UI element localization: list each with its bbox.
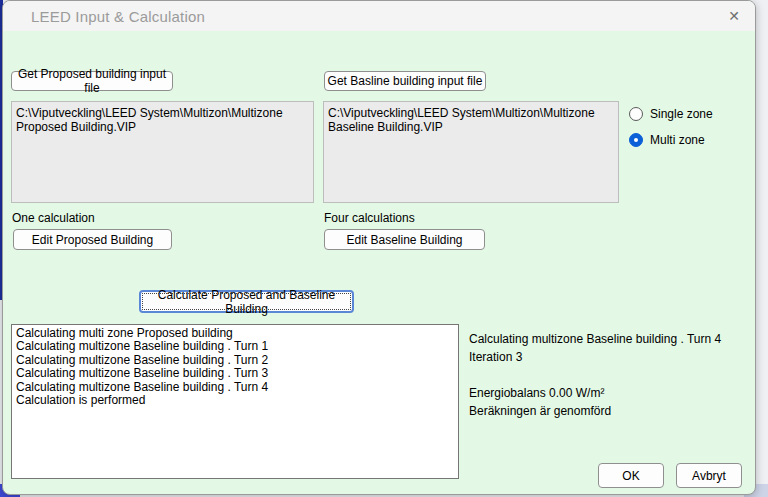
- status-iteration: Iteration 3: [469, 348, 754, 366]
- radio-circle-icon: [629, 133, 643, 147]
- log-line[interactable]: Calculating multizone Baseline building …: [16, 340, 454, 353]
- radio-multi-zone-label: Multi zone: [650, 133, 705, 147]
- status-current-task: Calculating multizone Baseline building …: [469, 330, 754, 348]
- calculation-log-listbox[interactable]: Calculating multi zone Proposed building…: [11, 324, 459, 479]
- log-line[interactable]: Calculating multizone Baseline building …: [16, 381, 454, 394]
- dialog-title: LEED Input & Calculation: [3, 8, 205, 25]
- get-proposed-input-file-button[interactable]: Get Proposed building input file: [11, 71, 173, 91]
- proposed-file-path-box[interactable]: C:\Viputveckling\LEED System\Multizon\Mu…: [11, 101, 314, 203]
- ok-button[interactable]: OK: [598, 463, 664, 488]
- status-energy-balance: Energiobalans 0.00 W/m²: [469, 384, 754, 402]
- radio-single-zone[interactable]: Single zone: [629, 107, 713, 121]
- get-baseline-input-file-button[interactable]: Get Basline building input file: [324, 71, 486, 91]
- status-panel: Calculating multizone Baseline building …: [469, 330, 754, 420]
- log-line[interactable]: Calculating multizone Baseline building …: [16, 354, 454, 367]
- leed-dialog: LEED Input & Calculation ✕ Get Proposed …: [2, 0, 756, 495]
- edit-proposed-building-button[interactable]: Edit Proposed Building: [13, 229, 172, 250]
- close-icon: ✕: [728, 8, 740, 24]
- log-line[interactable]: Calculation is performed: [16, 394, 454, 407]
- cancel-button[interactable]: Avbryt: [676, 463, 742, 488]
- titlebar: LEED Input & Calculation ✕: [3, 1, 755, 31]
- baseline-calculation-note: Four calculations: [324, 211, 415, 225]
- calculate-button[interactable]: Calculate Proposed and Baseline Building: [139, 290, 354, 313]
- status-completion: Beräkningen är genomförd: [469, 402, 754, 420]
- baseline-file-path-box[interactable]: C:\Viputveckling\LEED System\Multizon\Mu…: [323, 101, 619, 203]
- edit-baseline-building-button[interactable]: Edit Baseline Building: [324, 229, 485, 250]
- log-line[interactable]: Calculating multizone Baseline building …: [16, 367, 454, 380]
- log-line[interactable]: Calculating multi zone Proposed building: [16, 327, 454, 340]
- proposed-calculation-note: One calculation: [12, 211, 95, 225]
- radio-single-zone-label: Single zone: [650, 107, 713, 121]
- radio-multi-zone[interactable]: Multi zone: [629, 133, 705, 147]
- close-button[interactable]: ✕: [719, 3, 749, 29]
- radio-circle-icon: [629, 107, 643, 121]
